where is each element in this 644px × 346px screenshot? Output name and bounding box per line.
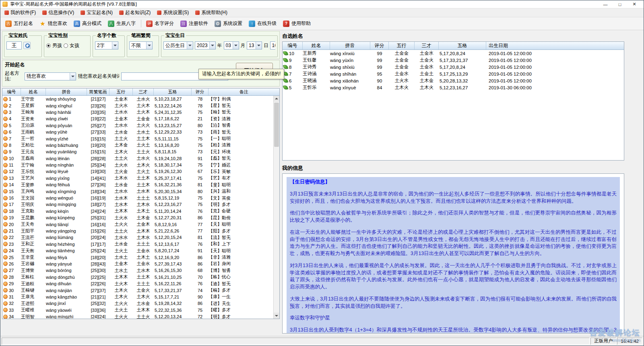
table-row[interactable]: 10 王新秀 wáng xīnxiù 99 土金金 土金水 5,17,20,8,… bbox=[283, 50, 624, 57]
column-header[interactable]: 出生日期 bbox=[486, 42, 624, 49]
table-row[interactable]: 2 王星辉 wáng xīnghuī [23][26] 土火水 土火木 5,13… bbox=[2, 102, 279, 109]
menu-item[interactable]: 系统帮助(H) bbox=[192, 8, 231, 17]
table-row[interactable]: 7 王诗涵 wáng shīhán 95 土金水 土金土 5,17,25,13,… bbox=[283, 70, 624, 77]
table-row[interactable]: 27 王博荣 wáng bóróng [25][30] 土水土 土水木 5,16… bbox=[2, 267, 279, 274]
table-row[interactable]: 7 王一哲 wáng yīzhé [15][15] 土土火 土土木 5,5,11… bbox=[2, 135, 279, 142]
table-row[interactable]: 24 王天衡 wáng tiānhéng [25][24] 土火土 土金水 5,… bbox=[2, 247, 279, 254]
table-row[interactable]: 26 王岩樾 wáng yányuè [28][43] 土金木 土金水 5,27… bbox=[2, 261, 279, 267]
table-row[interactable]: 5 王忻乐 wáng xīnyuè 84 土木火 土木火 5,12,23,16,… bbox=[283, 84, 624, 91]
year-select[interactable]: 2023 bbox=[195, 41, 216, 49]
cell-wuge: 5,19,28,14,32 bbox=[154, 301, 192, 306]
table-row[interactable]: 23 王和正 wáng hézhèng [17][17] 土水金 土土土 5,1… bbox=[2, 241, 279, 247]
scroll-down-icon[interactable] bbox=[274, 313, 279, 319]
toolbar-button[interactable]: ↑ 在线升级 bbox=[246, 18, 280, 29]
scrollbar-thumb[interactable] bbox=[274, 103, 279, 147]
table-row[interactable]: 12 王乐悦 wáng lèyuè [19][30] 土火金 土火土 5,19,… bbox=[2, 168, 279, 175]
table-row[interactable]: 11 王宁翰 wáng nínghàn [25][34] 土火水 土木火 5,1… bbox=[2, 162, 279, 168]
female-radio[interactable] bbox=[64, 43, 68, 48]
table-row[interactable]: 6 王晓涵 wáng xiǎohán 90 土火水 土木金 5,20,28,13… bbox=[283, 77, 624, 84]
name-count-select[interactable]: 2字 bbox=[95, 41, 118, 49]
column-header[interactable]: 五行 bbox=[389, 42, 415, 49]
surname-input[interactable] bbox=[6, 41, 22, 49]
column-header[interactable]: 拼音 bbox=[46, 89, 87, 95]
hour-select[interactable]: 16 bbox=[270, 41, 276, 49]
toolbar-button[interactable]: 八 生辰八字 bbox=[105, 18, 139, 29]
table-row[interactable]: 16 王文国 wáng wénguó [16][19] 土水木 土土土 5,8,… bbox=[2, 195, 279, 201]
table-row[interactable]: 18 王克勤 wáng kèqín [24][24] 土木木 土木土 5,11,… bbox=[2, 208, 279, 214]
table-row[interactable]: 30 王楠键 wáng nánjiàn [27][37] 土木火 土金火 5,1… bbox=[2, 287, 279, 293]
male-radio[interactable] bbox=[46, 43, 51, 48]
toolbar-button[interactable]: 高 高分模式 bbox=[70, 18, 105, 29]
baby-icon bbox=[3, 275, 8, 279]
column-header[interactable]: 姓名 bbox=[303, 42, 330, 49]
toolbar-button[interactable]: ? 使用帮助 bbox=[280, 18, 314, 29]
month-select[interactable]: 03 bbox=[224, 41, 239, 49]
table-row[interactable]: 4 王资未 wáng zīwèi [19][22] 土金木 土金金 5,17,1… bbox=[2, 115, 279, 122]
naming-method-select[interactable]: 猜您喜欢 bbox=[25, 72, 76, 80]
table-row[interactable]: 19 王昆鹏 wáng kūnpéng [25][31] 土火水 土木金 5,1… bbox=[2, 214, 279, 221]
calendar-type-select[interactable]: 公历生日 bbox=[163, 41, 193, 49]
table-row[interactable]: 32 王进熙 wáng jìnxī [25][32] 土火火 土水金 5,19,… bbox=[2, 300, 279, 307]
toolbar-button[interactable]: 吉 五行起名 bbox=[2, 18, 36, 29]
cell-name: 王泊源 bbox=[21, 122, 46, 128]
cell-pinyin: wáng yìxīng bbox=[46, 176, 87, 181]
column-header[interactable]: 评分 bbox=[192, 89, 208, 95]
toolbar-button[interactable]: 注 注册软件 bbox=[177, 18, 211, 29]
menu-item[interactable]: 我的软件(F) bbox=[1, 8, 39, 17]
table-row[interactable]: 9 王元良 wáng yuánliáng [15][15] 土木火 土土火 5,… bbox=[2, 148, 279, 155]
maximize-button[interactable]: □ bbox=[613, 0, 627, 8]
table-row[interactable]: 3 王翰海 wáng hànhǎi [33][35] 土水水 土火木 5,24,… bbox=[2, 109, 279, 115]
table-row[interactable]: 15 王兴鸣 wáng xīngmíng [18][34] 土水水 土水木 5,… bbox=[2, 188, 279, 194]
column-header[interactable]: 评分 bbox=[370, 42, 389, 49]
table-row[interactable]: 25 王非亚 wáng fēiyà [18][20] 土水土 土木土 5,12,… bbox=[2, 254, 279, 260]
search-icon[interactable] bbox=[23, 42, 31, 49]
name-count-group-title: 名字个数 bbox=[96, 32, 118, 39]
table-row[interactable]: 29 王迪桓 wáng díhuán [22][26] 土火木 土土土 5,16… bbox=[2, 280, 279, 287]
stroke-style-select[interactable]: 不限 bbox=[129, 41, 153, 49]
table-row[interactable]: 9 王钰馨 wáng yùxīn 99 土金金 土金火 5,17,33,21,3… bbox=[283, 57, 624, 64]
table-row[interactable]: 8 王柏壮 wáng bǎizhuàng [19][20] 土木金 土火土 5,… bbox=[2, 142, 279, 148]
column-header[interactable]: 编号 bbox=[2, 89, 21, 95]
cell-score: 86 bbox=[192, 301, 208, 306]
column-header[interactable]: 五格 bbox=[439, 42, 486, 49]
toolbar-button[interactable]: 评 名字评分 bbox=[143, 18, 177, 29]
toolbar-button[interactable]: ⚙ 系统设置 bbox=[211, 18, 246, 29]
cell-sancai: 土火土 bbox=[133, 142, 154, 148]
table-row[interactable]: 34 王明智 wáng míngzhì [24][24] 土火火 土土火 5,1… bbox=[2, 313, 279, 319]
minimize-button[interactable]: — bbox=[598, 0, 613, 8]
table-row[interactable]: 13 王艺兴 wáng yìxīng [14][41] 土木水 土土木 5,25… bbox=[2, 175, 279, 181]
menu-item[interactable]: 信息操作(V) bbox=[39, 8, 77, 17]
table-row[interactable]: 20 王天奇 wáng tiānqí [16][16] 土火火 土金木 5,8,… bbox=[2, 221, 279, 227]
column-header[interactable]: 五格 bbox=[154, 89, 192, 95]
column-header[interactable]: 三才 bbox=[133, 89, 154, 95]
table-row[interactable]: 10 王磊南 wáng lěinán [28][28] 土土火 土水火 5,19… bbox=[2, 155, 279, 162]
table-row[interactable]: 28 王栋柱 wáng dòngzhù [22][25] 土木木 土土木 5,1… bbox=[2, 274, 279, 280]
toolbar-button[interactable]: ★ 猜您喜欢 bbox=[36, 18, 70, 29]
table-row[interactable]: 6 王雨鹤 wáng yǔhè [27][33] 土水金 土水土 5,12,29… bbox=[2, 129, 279, 135]
menu-item[interactable]: 系统设置(S) bbox=[154, 8, 192, 17]
scroll-up-icon[interactable] bbox=[274, 96, 279, 102]
column-header[interactable]: 编号 bbox=[283, 42, 303, 49]
table-row[interactable]: 14 王斐骅 wáng fěihuá [27][36] 土水金 土土木 5,16… bbox=[2, 181, 279, 188]
table-row[interactable]: 33 王曜维 wáng yàowéi [33][36] 土火土 土木木 5,22… bbox=[2, 307, 279, 313]
cell-pinyin: wáng bǎizhuàng bbox=[46, 143, 87, 148]
column-header[interactable]: 五行 bbox=[109, 89, 133, 95]
column-header[interactable]: 三才 bbox=[415, 42, 439, 49]
day-select[interactable]: 13 bbox=[247, 41, 262, 49]
close-button[interactable]: ✕ bbox=[627, 0, 642, 8]
column-header[interactable]: 拼音 bbox=[330, 42, 370, 49]
table-row[interactable]: 1 王守营 wáng shǒuyíng [21][27] 土金木 土水火 5,1… bbox=[2, 96, 279, 102]
table-row[interactable]: 5 王泊源 wáng pōyuán [25][27] 土水水 土火火 5,13,… bbox=[2, 122, 279, 129]
table-row[interactable]: 8 王诗秀 wáng shīxiù 99 土金金 土金水 5,17,20,8,2… bbox=[283, 64, 624, 70]
vertical-scrollbar[interactable] bbox=[273, 96, 279, 319]
column-header[interactable]: 简繁笔画 bbox=[87, 89, 109, 95]
table-row[interactable]: 17 王明庆 wáng míngqìng [18][27] 土水木 土木水 5,… bbox=[2, 201, 279, 208]
table-row[interactable]: 21 王阳平 wáng yángpíng [15][26] 土土火 土木木 5,… bbox=[2, 228, 279, 234]
column-header[interactable]: 姓名 bbox=[21, 89, 46, 95]
column-header[interactable]: 备注 bbox=[208, 89, 279, 95]
table-row[interactable]: 22 王流芒 wáng liúmáng [20][24] 土水水 土木水 5,1… bbox=[2, 234, 279, 241]
menu-item[interactable]: 起名知识(Z) bbox=[116, 8, 154, 17]
menu-item[interactable]: 宝宝起名(N) bbox=[77, 8, 116, 17]
table-row[interactable]: 31 王康兆 wáng kāngzhào [21][21] 土木火 土木火 5,… bbox=[2, 294, 279, 300]
cell-sancai: 土火木 bbox=[133, 103, 154, 109]
